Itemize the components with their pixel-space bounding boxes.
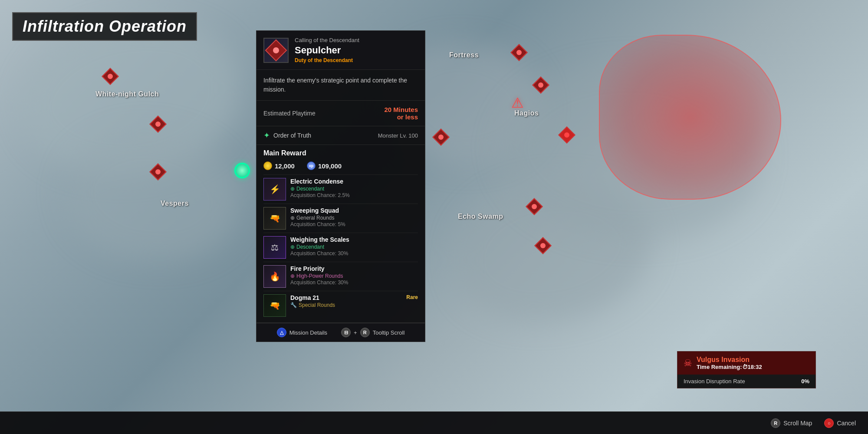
reward-type-electric: ⊕Descendant: [290, 186, 418, 192]
panel-playtime: Estimated Playtime 20 Minutesor less: [256, 101, 425, 126]
xp-amount: 109,000: [318, 162, 342, 170]
reward-item-electric: ⚡ Electric Condense ⊕Descendant Acquisit…: [263, 174, 418, 204]
reward-info-electric: Electric Condense ⊕Descendant Acquisitio…: [290, 178, 418, 198]
reward-chance-fire: Acquisition Chance: 30%: [290, 279, 418, 286]
map-icon-hagios-2[interactable]: [560, 128, 574, 142]
reward-name-dogma: Dogma 21: [290, 294, 402, 301]
reward-rare-dogma: Rare: [406, 294, 418, 300]
map-icon-center[interactable]: [434, 130, 448, 144]
panel-footer: △ Mission Details ⊟ + R Tooltip Scroll: [256, 323, 425, 342]
title-box: Infiltration Operation: [12, 12, 197, 41]
reward-thumb-weighing: ⚖: [263, 236, 286, 259]
scroll-map-label: Scroll Map: [783, 420, 812, 427]
tooltip-scroll-btn[interactable]: ⊟ + R Tooltip Scroll: [341, 328, 404, 337]
reward-item-dogma: 🔫 Dogma 21 🔧Special Rounds Rare: [263, 291, 418, 320]
reward-info-sweeping: Sweeping Squad ⊕General Rounds Acquisiti…: [290, 207, 418, 227]
scroll-map-btn[interactable]: R Scroll Map: [771, 418, 812, 428]
cancel-icon: ○: [824, 418, 834, 428]
cancel-btn[interactable]: ○ Cancel: [824, 418, 856, 428]
invasion-title: Vulgus Invasion: [697, 356, 762, 364]
reward-info-fire: Fire Priority ⊕High-Power Rounds Acquisi…: [290, 265, 418, 286]
map-icon-echo-1[interactable]: [527, 200, 541, 214]
invasion-body: Invasion Disruption Rate 0%: [677, 375, 815, 388]
reward-chance-weighing: Acquisition Chance: 30%: [290, 250, 418, 256]
map-icon-1[interactable]: [103, 69, 117, 83]
panel-header: Calling of the Descendant Sepulcher Duty…: [256, 31, 425, 70]
xp-currency: xp 109,000: [307, 161, 342, 170]
reward-info-weighing: Weighing the Scales ⊕Descendant Acquisit…: [290, 236, 418, 256]
invasion-rate-label: Invasion Disruption Rate: [684, 378, 745, 385]
panel-header-text: Calling of the Descendant Sepulcher Duty…: [295, 37, 418, 63]
playtime-label: Estimated Playtime: [263, 110, 316, 117]
reward-item-fire: 🔥 Fire Priority ⊕High-Power Rounds Acqui…: [263, 262, 418, 291]
tooltip-icon-1: ⊟: [341, 328, 351, 337]
map-icon-3[interactable]: [151, 165, 165, 179]
mission-details-icon: △: [277, 328, 286, 337]
reward-item-sweeping: 🔫 Sweeping Squad ⊕General Rounds Acquisi…: [263, 204, 418, 233]
reward-chance-electric: Acquisition Chance: 2.5%: [290, 192, 418, 198]
xp-icon: xp: [307, 161, 316, 170]
reward-name-fire: Fire Priority: [290, 265, 418, 272]
tooltip-scroll-label: Tooltip Scroll: [373, 329, 405, 336]
reward-type-dogma: 🔧Special Rounds: [290, 302, 402, 308]
panel-icon-box: [263, 38, 289, 63]
invasion-symbol: ☠: [684, 358, 692, 369]
gold-currency: 12,000: [263, 161, 295, 170]
reward-type-fire: ⊕High-Power Rounds: [290, 273, 418, 279]
reward-thumb-dogma: 🔫: [263, 294, 286, 317]
invasion-time: Time Remaining:⏱18:32: [697, 364, 762, 370]
info-panel: Calling of the Descendant Sepulcher Duty…: [256, 30, 425, 342]
page-title: Infiltration Operation: [23, 17, 187, 35]
rewards-currency: 12,000 xp 109,000: [263, 161, 418, 170]
map-label-white-night-gulch: White-night Gulch: [95, 90, 159, 98]
player-icon: [234, 163, 250, 178]
tooltip-plus: +: [354, 329, 357, 336]
rewards-title: Main Reward: [263, 149, 418, 157]
gold-amount: 12,000: [275, 162, 295, 170]
warning-icon: ⚠: [511, 95, 524, 111]
tooltip-icon-2: R: [360, 328, 370, 337]
map-icon-hagios-1[interactable]: [534, 78, 548, 92]
invasion-rate-value: 0%: [801, 378, 809, 385]
reward-item-weighing: ⚖ Weighing the Scales ⊕Descendant Acquis…: [263, 233, 418, 262]
panel-rewards-section: Main Reward 12,000 xp 109,000 ⚡ Electric…: [256, 145, 425, 323]
reward-name-sweeping: Sweeping Squad: [290, 207, 418, 214]
mission-icon-diamond: [265, 39, 287, 61]
mission-details-btn[interactable]: △ Mission Details: [277, 328, 327, 337]
map-label-vespers: Vespers: [161, 200, 189, 207]
playtime-value: 20 Minutesor less: [384, 106, 418, 121]
panel-mission-name: Sepulcher: [295, 45, 418, 56]
faction-left: ✦ Order of Truth: [263, 131, 311, 140]
panel-faction: ✦ Order of Truth Monster Lv. 100: [256, 126, 425, 145]
map-label-echo-swamp: Echo Swamp: [458, 213, 503, 220]
reward-name-electric: Electric Condense: [290, 178, 418, 185]
panel-duty: Duty of the Descendant: [295, 57, 418, 63]
reward-thumb-sweeping: 🔫: [263, 207, 286, 230]
invasion-title-area: Vulgus Invasion Time Remaining:⏱18:32: [697, 356, 762, 370]
gold-icon: [263, 161, 272, 170]
bottom-bar: R Scroll Map ○ Cancel: [0, 411, 868, 434]
reward-chance-sweeping: Acquisition Chance: 5%: [290, 221, 418, 227]
reward-type-sweeping: ⊕General Rounds: [290, 215, 418, 221]
faction-icon: ✦: [263, 131, 270, 140]
reward-type-weighing: ⊕Descendant: [290, 244, 418, 250]
map-icon-2[interactable]: [151, 117, 165, 131]
panel-description: Infiltrate the enemy's strategic point a…: [256, 70, 425, 101]
faction-name: Order of Truth: [273, 132, 311, 139]
scroll-map-icon: R: [771, 418, 780, 428]
mission-icon-inner: [272, 46, 280, 55]
panel-category: Calling of the Descendant: [295, 37, 418, 43]
map-icon-echo-2[interactable]: [536, 239, 550, 253]
map-icon-fortress[interactable]: [512, 46, 526, 59]
faction-level: Monster Lv. 100: [378, 132, 418, 139]
map-label-fortress: Fortress: [449, 51, 479, 59]
mission-details-label: Mission Details: [289, 329, 327, 336]
invasion-panel: ☠ Vulgus Invasion Time Remaining:⏱18:32 …: [677, 351, 816, 388]
reward-info-dogma: Dogma 21 🔧Special Rounds: [290, 294, 402, 309]
invasion-header: ☠ Vulgus Invasion Time Remaining:⏱18:32: [677, 352, 815, 375]
reward-name-weighing: Weighing the Scales: [290, 236, 418, 243]
cancel-label: Cancel: [837, 420, 856, 427]
reward-thumb-electric: ⚡: [263, 178, 286, 201]
reward-thumb-fire: 🔥: [263, 265, 286, 288]
